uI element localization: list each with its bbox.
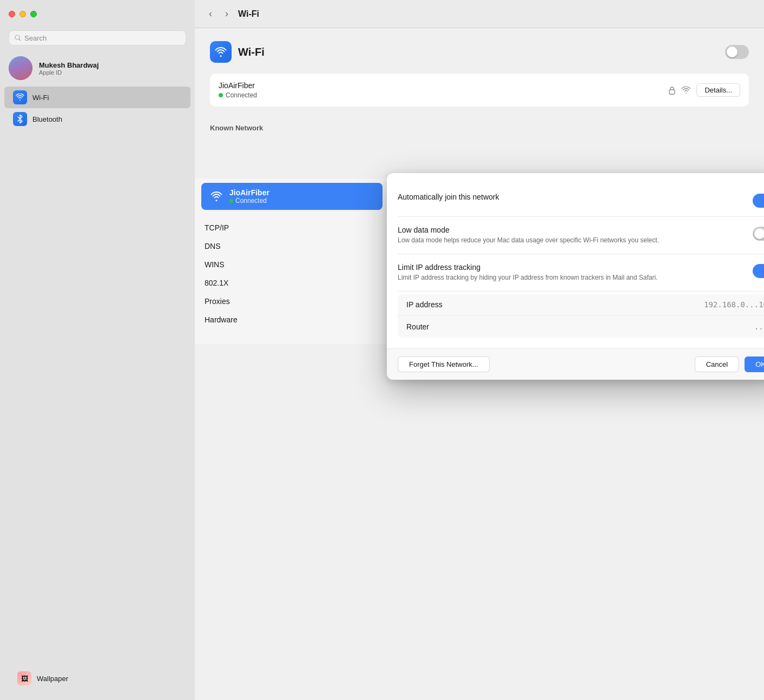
- nav-item-hardware[interactable]: Hardware: [201, 311, 383, 329]
- sidebar-item-bluetooth[interactable]: Bluetooth: [4, 108, 190, 130]
- low-data-control[interactable]: [753, 227, 764, 241]
- user-profile[interactable]: Mukesh Bhardwaj Apple ID: [0, 52, 195, 84]
- network-status: Connected: [219, 91, 257, 99]
- avatar: [9, 56, 32, 80]
- selected-network-name: JioAirFiber: [229, 188, 269, 197]
- selected-network-wifi-icon: [209, 189, 224, 204]
- router-label: Router: [406, 322, 429, 331]
- network-status-text: Connected: [226, 91, 257, 99]
- main-window: Search Mukesh Bhardwaj Apple ID W: [0, 0, 764, 700]
- auto-join-title: Automatically join this network: [398, 193, 744, 201]
- network-info: JioAirFiber Connected: [219, 81, 257, 99]
- sidebar-item-wallpaper[interactable]: 🖼 Wallpaper: [9, 668, 186, 689]
- forget-network-button[interactable]: Forget This Network...: [398, 356, 490, 372]
- low-data-content: Low data mode Low data mode helps reduce…: [398, 226, 744, 245]
- wifi-large-icon: [210, 41, 232, 63]
- low-data-title: Low data mode: [398, 226, 744, 234]
- low-data-desc: Low data mode helps reduce your Mac data…: [398, 236, 668, 245]
- selected-network-item[interactable]: JioAirFiber Connected: [201, 183, 383, 210]
- network-left-panel: JioAirFiber Connected TCP/IP DNS WINS 80…: [195, 179, 390, 344]
- search-bar[interactable]: Search: [9, 30, 186, 45]
- svg-rect-2: [669, 90, 675, 94]
- user-name: Mukesh Bhardwaj: [39, 61, 99, 69]
- sidebar-item-wifi[interactable]: Wi-Fi: [4, 87, 190, 108]
- network-card: JioAirFiber Connected: [210, 74, 749, 107]
- ip-address-row: IP address 192.168.0...10: [398, 294, 764, 316]
- bluetooth-icon: [13, 112, 27, 126]
- wifi-header: Wi-Fi: [195, 28, 764, 74]
- limit-ip-toggle[interactable]: [753, 264, 764, 278]
- modal-footer: Forget This Network... Cancel OK: [387, 348, 764, 380]
- nav-item-wins[interactable]: WINS: [201, 255, 383, 274]
- lock-icon: [668, 86, 676, 95]
- back-button[interactable]: ‹: [206, 6, 215, 22]
- forward-button[interactable]: ›: [222, 6, 232, 22]
- low-data-toggle[interactable]: [753, 227, 764, 241]
- content-titlebar: ‹ › Wi-Fi: [195, 0, 764, 28]
- minimize-button[interactable]: [19, 11, 26, 17]
- user-subtitle: Apple ID: [39, 69, 99, 76]
- content-area: ‹ › Wi-Fi Wi-Fi: [195, 0, 764, 700]
- limit-ip-title: Limit IP address tracking: [398, 263, 744, 272]
- sidebar-item-bluetooth-label: Bluetooth: [32, 115, 62, 123]
- info-section: IP address 192.168.0...10 Router ...: [398, 294, 764, 338]
- auto-join-row: Automatically join this network: [398, 184, 764, 217]
- details-button[interactable]: Details...: [696, 83, 740, 97]
- nav-item-tcpip[interactable]: TCP/IP: [201, 219, 383, 237]
- selected-network-status-text: Connected: [235, 197, 267, 204]
- limit-ip-content: Limit IP address tracking Limit IP addre…: [398, 263, 744, 282]
- limit-ip-control[interactable]: [753, 264, 764, 278]
- selected-network-info: JioAirFiber Connected: [229, 188, 269, 204]
- network-details-modal: Automatically join this network Low data…: [387, 173, 764, 380]
- wifi-main-label: Wi-Fi: [238, 46, 265, 58]
- modal-footer-right: Cancel OK: [695, 356, 764, 372]
- content-title: Wi-Fi: [238, 9, 259, 19]
- sidebar-item-wallpaper-label: Wallpaper: [37, 675, 68, 683]
- sidebar-item-wifi-label: Wi-Fi: [32, 94, 49, 102]
- titlebar: [0, 0, 195, 28]
- network-actions: Details...: [668, 83, 740, 97]
- limit-ip-desc: Limit IP address tracking by hiding your…: [398, 273, 668, 282]
- cancel-button[interactable]: Cancel: [695, 356, 739, 372]
- router-value: ...: [754, 322, 764, 331]
- network-nav-list: TCP/IP DNS WINS 802.1X Proxies Hardware: [195, 214, 389, 333]
- auto-join-toggle[interactable]: [753, 194, 764, 208]
- network-name: JioAirFiber: [219, 81, 257, 90]
- wallpaper-icon: 🖼: [17, 671, 31, 685]
- auto-join-content: Automatically join this network: [398, 193, 744, 203]
- sidebar-bottom: 🖼 Wallpaper: [0, 668, 195, 689]
- maximize-button[interactable]: [30, 11, 37, 17]
- network-section: JioAirFiber Connected: [195, 74, 764, 120]
- svg-line-1: [19, 39, 21, 41]
- nav-item-dns[interactable]: DNS: [201, 237, 383, 255]
- sidebar: Search Mukesh Bhardwaj Apple ID W: [0, 0, 195, 700]
- known-network-label: Known Network: [195, 120, 764, 136]
- user-info: Mukesh Bhardwaj Apple ID: [39, 61, 99, 76]
- status-dot: [219, 93, 223, 97]
- nav-item-8021x[interactable]: 802.1X: [201, 274, 383, 292]
- signal-icon: [681, 87, 691, 94]
- nav-item-proxies[interactable]: Proxies: [201, 292, 383, 311]
- ok-button[interactable]: OK: [745, 356, 764, 372]
- modal-body: Automatically join this network Low data…: [387, 173, 764, 348]
- wifi-icon: [13, 90, 27, 104]
- close-button[interactable]: [9, 11, 15, 17]
- low-data-row: Low data mode Low data mode helps reduce…: [398, 217, 764, 254]
- router-row: Router ...: [398, 316, 764, 338]
- selected-status-dot: [229, 199, 233, 203]
- wifi-toggle[interactable]: [725, 45, 749, 59]
- limit-ip-row: Limit IP address tracking Limit IP addre…: [398, 254, 764, 292]
- ip-address-label: IP address: [406, 300, 443, 309]
- ip-address-value: 192.168.0...10: [704, 300, 764, 309]
- search-icon: [15, 35, 21, 41]
- wifi-title-row: Wi-Fi: [210, 41, 265, 63]
- search-placeholder: Search: [24, 34, 47, 42]
- auto-join-control[interactable]: [753, 194, 764, 208]
- selected-network-status: Connected: [229, 197, 269, 204]
